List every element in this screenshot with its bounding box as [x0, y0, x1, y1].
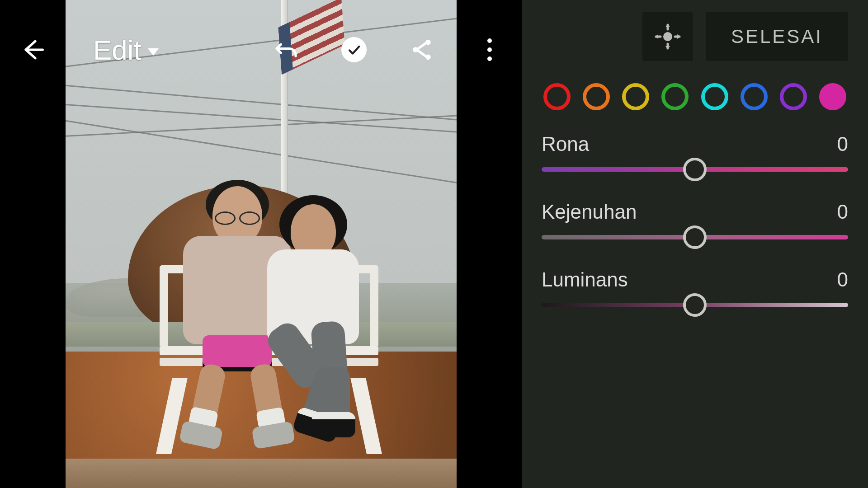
mode-dropdown[interactable]: Edit: [93, 34, 159, 66]
slider-rona: Rona 0: [542, 133, 848, 172]
move-target-icon: [653, 22, 682, 51]
svg-point-3: [663, 32, 672, 41]
color-swatch-yellow[interactable]: [622, 83, 649, 110]
slider-track-rona[interactable]: [542, 167, 848, 172]
color-swatch-green[interactable]: [661, 83, 689, 110]
preview-pane: Edit: [0, 0, 522, 488]
slider-kejenuhan: Kejenuhan 0: [542, 201, 848, 239]
color-swatch-red[interactable]: [543, 83, 571, 110]
more-menu-button[interactable]: [469, 29, 510, 70]
mode-label: Edit: [93, 34, 142, 66]
check-circle-icon: [341, 37, 367, 62]
slider-thumb[interactable]: [683, 293, 707, 317]
undo-button[interactable]: [266, 29, 307, 70]
slider-thumb[interactable]: [683, 158, 707, 181]
confirm-button[interactable]: [334, 29, 374, 70]
kebab-dot-icon: [487, 38, 492, 43]
slider-value: 0: [837, 133, 848, 155]
slider-luminans: Luminans 0: [542, 268, 848, 307]
slider-value: 0: [837, 268, 848, 291]
targeted-adjust-button[interactable]: [642, 12, 693, 61]
top-toolbar: Edit: [0, 23, 522, 77]
done-label: SELESAI: [731, 26, 823, 47]
slider-track-kejenuhan[interactable]: [542, 235, 848, 239]
slider-value: 0: [837, 201, 848, 223]
slider-label: Luminans: [542, 268, 628, 291]
slider-label: Rona: [542, 133, 589, 155]
slider-thumb[interactable]: [683, 225, 707, 249]
color-swatch-orange[interactable]: [583, 83, 610, 110]
color-swatch-magenta[interactable]: [819, 83, 846, 110]
color-swatch-row: [543, 83, 846, 110]
kebab-dot-icon: [487, 47, 492, 52]
chevron-down-icon: [148, 48, 159, 56]
color-swatch-aqua[interactable]: [701, 83, 728, 110]
color-swatch-blue[interactable]: [741, 83, 768, 110]
share-button[interactable]: [401, 29, 442, 70]
kebab-dot-icon: [487, 56, 492, 61]
done-button[interactable]: SELESAI: [706, 12, 848, 61]
color-swatch-purple[interactable]: [780, 83, 807, 110]
slider-label: Kejenuhan: [542, 201, 637, 223]
slider-track-luminans[interactable]: [542, 303, 848, 307]
back-button[interactable]: [12, 29, 52, 70]
color-mix-panel: SELESAI Rona 0 Kejenuhan 0: [522, 0, 868, 488]
